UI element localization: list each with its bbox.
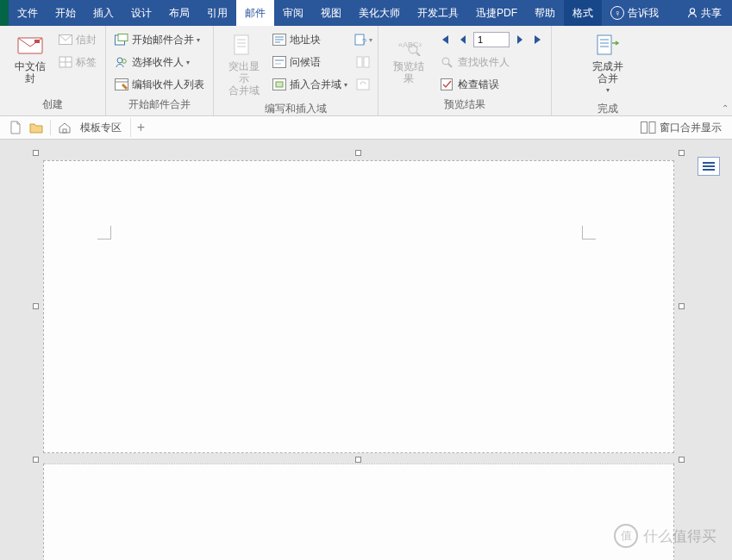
divider: [50, 120, 51, 135]
group-create: 中文信封 信封 标签 创建: [0, 26, 106, 115]
group-write-insert: 突出显示 合并域 地址块 问候语 插入合并域 ▾ ?▾: [214, 26, 379, 115]
group-finish: 完成并合并 ▾ 完成: [578, 26, 638, 115]
tell-me-search[interactable]: ♀ 告诉我: [602, 0, 667, 26]
envelope-icon: [59, 33, 72, 47]
svg-rect-43: [649, 122, 655, 134]
chinese-envelope-button[interactable]: 中文信封: [5, 28, 55, 95]
svg-point-10: [122, 59, 127, 64]
match-icon: [356, 56, 370, 68]
textbox-page-2[interactable]: [43, 464, 674, 560]
finish-merge-button[interactable]: 完成并合并 ▾: [583, 28, 633, 99]
svg-rect-13: [235, 35, 248, 54]
resize-handle[interactable]: [679, 303, 685, 309]
resize-handle[interactable]: [33, 150, 39, 156]
margin-mark: [97, 226, 111, 240]
select-recipients-label: 选择收件人: [132, 55, 184, 70]
resize-handle[interactable]: [355, 150, 361, 156]
tab-beautify[interactable]: 美化大师: [350, 0, 409, 26]
edit-recipient-list-button[interactable]: 编辑收件人列表: [111, 75, 208, 94]
prev-record-button[interactable]: [455, 32, 471, 47]
layout-options-button[interactable]: [698, 157, 720, 176]
window-merge-display-label: 窗口合并显示: [660, 121, 722, 135]
recipients-icon: [115, 55, 128, 69]
chinese-envelope-label: 中文信封: [10, 60, 50, 84]
finish-icon: [594, 31, 622, 59]
ribbon: 中文信封 信封 标签 创建 开始邮件合并 ▾: [0, 26, 732, 116]
resize-handle[interactable]: [679, 150, 685, 156]
svg-point-0: [690, 9, 694, 13]
window-merge-display-button[interactable]: 窗口合并显示: [635, 121, 727, 135]
record-number-input[interactable]: [473, 32, 510, 47]
folder-icon: [29, 121, 43, 134]
tab-layout[interactable]: 布局: [160, 0, 198, 26]
layout-icon: [703, 162, 715, 171]
highlight-label-2: 合并域: [228, 84, 260, 96]
svg-line-33: [416, 53, 420, 56]
tab-review[interactable]: 审阅: [274, 0, 312, 26]
selected-textbox-frame[interactable]: [36, 153, 681, 560]
check-errors-button[interactable]: 检查错误: [437, 75, 546, 94]
add-tab-button[interactable]: +: [130, 118, 151, 137]
resize-handle[interactable]: [679, 457, 685, 463]
update-labels-button[interactable]: [353, 75, 372, 94]
open-folder-button[interactable]: [26, 118, 47, 137]
label-icon: [59, 55, 72, 69]
highlight-icon: [230, 31, 258, 59]
address-block-button[interactable]: 地址块: [269, 30, 351, 49]
tab-reference[interactable]: 引用: [198, 0, 236, 26]
new-doc-button[interactable]: [5, 118, 26, 137]
tab-pdf[interactable]: 迅捷PDF: [467, 0, 526, 26]
resize-handle[interactable]: [33, 457, 39, 463]
tab-home[interactable]: 开始: [47, 0, 84, 26]
label-button[interactable]: 标签: [55, 53, 100, 72]
address-block-label: 地址块: [290, 33, 321, 47]
first-record-button[interactable]: [437, 32, 453, 47]
next-record-button[interactable]: [512, 32, 528, 47]
rules-button[interactable]: ?▾: [353, 30, 372, 49]
greeting-label: 问候语: [290, 55, 321, 70]
start-mail-merge-button[interactable]: 开始邮件合并 ▾: [111, 30, 208, 49]
tab-insert[interactable]: 插入: [84, 0, 122, 26]
highlight-label-1: 突出显示: [224, 60, 264, 84]
tab-format[interactable]: 格式: [564, 0, 602, 26]
svg-rect-25: [276, 82, 283, 87]
envelope-button[interactable]: 信封: [55, 30, 100, 49]
select-recipients-button[interactable]: 选择收件人 ▾: [111, 53, 208, 72]
document-canvas[interactable]: [0, 140, 732, 560]
textbox-page-1[interactable]: [43, 160, 674, 453]
find-recipient-button[interactable]: 查找收件人: [437, 53, 546, 72]
insert-merge-field-button[interactable]: 插入合并域 ▾: [269, 75, 351, 94]
address-block-icon: [272, 33, 286, 47]
tab-mail[interactable]: 邮件: [236, 0, 274, 26]
insert-merge-field-label: 插入合并域: [290, 78, 341, 92]
share-label: 共享: [701, 6, 722, 21]
record-navigator: [437, 30, 546, 49]
find-icon: [441, 55, 454, 69]
tab-devtools[interactable]: 开发工具: [409, 0, 467, 26]
dropdown-icon: ▾: [606, 84, 610, 96]
last-record-button[interactable]: [530, 32, 546, 47]
tab-file[interactable]: 文件: [9, 0, 47, 26]
home-button[interactable]: [54, 118, 75, 137]
resize-handle[interactable]: [355, 457, 361, 463]
tab-help[interactable]: 帮助: [526, 0, 564, 26]
prev-icon: [459, 34, 467, 45]
group-finish-label: 完成: [583, 99, 633, 120]
tell-me-label: 告诉我: [628, 6, 659, 21]
collapse-ribbon-button[interactable]: ⌃: [722, 103, 729, 113]
tab-design[interactable]: 设计: [122, 0, 160, 26]
share-icon: [686, 7, 698, 19]
resize-handle[interactable]: [33, 303, 39, 309]
template-zone-button[interactable]: 模板专区: [75, 121, 127, 135]
match-fields-button[interactable]: [353, 53, 372, 72]
preview-results-button[interactable]: «ABC» 预览结果: [384, 28, 434, 95]
lightbulb-icon: ♀: [610, 6, 624, 20]
window-split-icon: [641, 121, 656, 134]
tab-view[interactable]: 视图: [312, 0, 350, 26]
highlight-merge-field-button[interactable]: 突出显示 合并域: [219, 28, 269, 99]
label-label: 标签: [76, 55, 97, 70]
svg-text:«ABC»: «ABC»: [398, 40, 422, 49]
mail-merge-icon: [115, 33, 128, 47]
greeting-line-button[interactable]: 问候语: [269, 53, 351, 72]
share-button[interactable]: 共享: [676, 0, 732, 26]
